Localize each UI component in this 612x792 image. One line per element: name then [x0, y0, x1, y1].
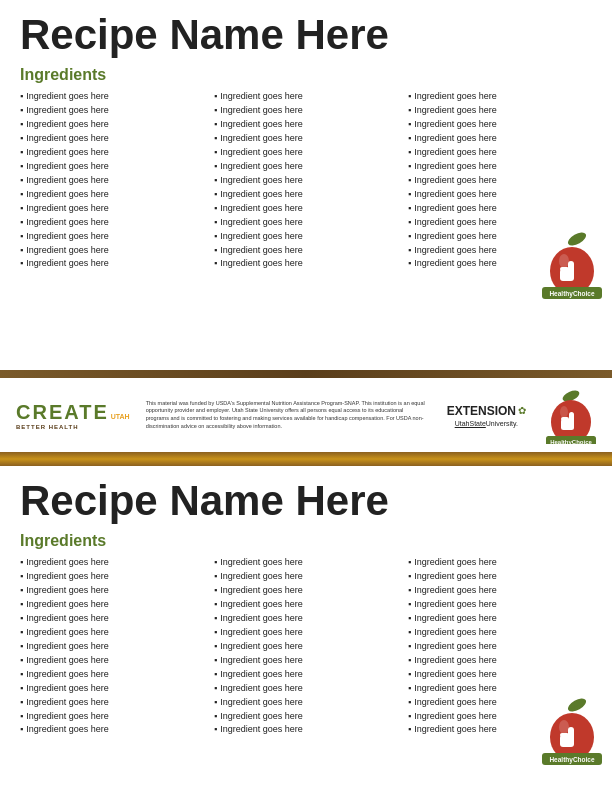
list-item: Ingredient goes here: [408, 640, 592, 654]
extension-text-1: EXTENSION: [447, 404, 516, 418]
list-item: Ingredient goes here: [20, 710, 204, 724]
list-item: Ingredient goes here: [20, 216, 204, 230]
list-item: Ingredient goes here: [214, 244, 398, 258]
list-item: Ingredient goes here: [408, 90, 592, 104]
svg-point-3: [559, 254, 569, 268]
list-item: Ingredient goes here: [214, 626, 398, 640]
page: Recipe Name Here Ingredients Ingredient …: [0, 0, 612, 792]
extension-symbol-1: ✿: [518, 405, 526, 416]
list-item: Ingredient goes here: [214, 640, 398, 654]
list-item: Ingredient goes here: [214, 710, 398, 724]
list-item: Ingredient goes here: [408, 668, 592, 682]
list-item: Ingredient goes here: [20, 640, 204, 654]
list-item: Ingredient goes here: [408, 612, 592, 626]
list-item: Ingredient goes here: [214, 188, 398, 202]
list-item: Ingredient goes here: [214, 682, 398, 696]
list-item: Ingredient goes here: [214, 556, 398, 570]
create-logo-1: CREATE UTAH BETTER HEALTH: [16, 401, 130, 430]
list-item: Ingredient goes here: [20, 118, 204, 132]
better-health-text-1: BETTER HEALTH: [16, 424, 79, 430]
recipe-card-2: Recipe Name Here Ingredients Ingredient …: [0, 466, 612, 792]
list-item: Ingredient goes here: [20, 668, 204, 682]
svg-text:HealthyChoice: HealthyChoice: [549, 756, 595, 764]
ingredients-col-6: Ingredient goes here Ingredient goes her…: [408, 556, 592, 737]
divider-bar-1: [0, 370, 612, 378]
list-item: Ingredient goes here: [20, 257, 204, 271]
list-item: Ingredient goes here: [20, 612, 204, 626]
list-item: Ingredient goes here: [408, 626, 592, 640]
list-item: Ingredient goes here: [408, 188, 592, 202]
list-item: Ingredient goes here: [408, 202, 592, 216]
list-item: Ingredient goes here: [20, 202, 204, 216]
svg-text:HealthyChoice: HealthyChoice: [549, 290, 595, 298]
list-item: Ingredient goes here: [20, 174, 204, 188]
ingredients-grid-2: Ingredient goes here Ingredient goes her…: [20, 556, 592, 737]
list-item: Ingredient goes here: [214, 668, 398, 682]
extension-logo-1: EXTENSION ✿ UtahStateUniversity.: [447, 404, 526, 427]
list-item: Ingredient goes here: [408, 682, 592, 696]
ingredients-heading-2: Ingredients: [20, 532, 592, 550]
list-item: Ingredient goes here: [20, 556, 204, 570]
list-item: Ingredient goes here: [20, 723, 204, 737]
svg-rect-15: [561, 417, 569, 421]
list-item: Ingredient goes here: [20, 682, 204, 696]
list-item: Ingredient goes here: [408, 654, 592, 668]
apple-decoration-1: HealthyChoice: [542, 231, 602, 299]
list-item: Ingredient goes here: [408, 132, 592, 146]
list-item: Ingredient goes here: [20, 626, 204, 640]
apple-decoration-2: HealthyChoice: [542, 697, 602, 765]
list-item: Ingredient goes here: [408, 174, 592, 188]
list-item: Ingredient goes here: [214, 584, 398, 598]
disclaimer-text-1: This material was funded by USDA's Suppl…: [146, 400, 427, 431]
list-item: Ingredient goes here: [214, 118, 398, 132]
recipe-title-2: Recipe Name Here: [20, 478, 592, 524]
list-item: Ingredient goes here: [408, 216, 592, 230]
list-item: Ingredient goes here: [20, 598, 204, 612]
list-item: Ingredient goes here: [214, 696, 398, 710]
list-item: Ingredient goes here: [214, 216, 398, 230]
ingredients-col-4: Ingredient goes here Ingredient goes her…: [20, 556, 204, 737]
list-item: Ingredient goes here: [20, 244, 204, 258]
ingredients-col-3: Ingredient goes here Ingredient goes her…: [408, 90, 592, 271]
list-item: Ingredient goes here: [408, 584, 592, 598]
list-item: Ingredient goes here: [408, 160, 592, 174]
list-item: Ingredient goes here: [214, 570, 398, 584]
list-item: Ingredient goes here: [214, 723, 398, 737]
list-item: Ingredient goes here: [214, 132, 398, 146]
list-item: Ingredient goes here: [20, 90, 204, 104]
list-item: Ingredient goes here: [214, 160, 398, 174]
list-item: Ingredient goes here: [214, 104, 398, 118]
list-item: Ingredient goes here: [408, 598, 592, 612]
list-item: Ingredient goes here: [20, 104, 204, 118]
list-item: Ingredient goes here: [214, 174, 398, 188]
list-item: Ingredient goes here: [214, 230, 398, 244]
card-footer-1: CREATE UTAH BETTER HEALTH This material …: [0, 378, 612, 452]
ingredients-col-5: Ingredient goes here Ingredient goes her…: [214, 556, 398, 737]
list-item: Ingredient goes here: [408, 556, 592, 570]
list-item: Ingredient goes here: [20, 188, 204, 202]
list-item: Ingredient goes here: [20, 696, 204, 710]
create-tag-1: UTAH: [111, 413, 130, 420]
list-item: Ingredient goes here: [20, 160, 204, 174]
usu-text-1: UtahStateUniversity.: [455, 420, 518, 427]
list-item: Ingredient goes here: [214, 146, 398, 160]
list-item: Ingredient goes here: [20, 570, 204, 584]
list-item: Ingredient goes here: [20, 654, 204, 668]
list-item: Ingredient goes here: [20, 132, 204, 146]
list-item: Ingredient goes here: [214, 612, 398, 626]
ingredients-grid-1: Ingredient goes here Ingredient goes her…: [20, 90, 592, 271]
list-item: Ingredient goes here: [214, 202, 398, 216]
recipe-card-1: Recipe Name Here Ingredients Ingredient …: [0, 0, 612, 370]
list-item: Ingredient goes here: [408, 118, 592, 132]
svg-point-12: [560, 406, 568, 418]
healthy-choice-logo-1: HealthyChoice: [546, 386, 596, 444]
list-item: Ingredient goes here: [214, 90, 398, 104]
recipe-title-1: Recipe Name Here: [20, 12, 592, 58]
list-item: Ingredient goes here: [214, 257, 398, 271]
list-item: Ingredient goes here: [214, 654, 398, 668]
ingredients-col-1: Ingredient goes here Ingredient goes her…: [20, 90, 204, 271]
svg-rect-24: [560, 733, 569, 737]
list-item: Ingredient goes here: [20, 230, 204, 244]
list-item: Ingredient goes here: [408, 570, 592, 584]
list-item: Ingredient goes here: [20, 146, 204, 160]
